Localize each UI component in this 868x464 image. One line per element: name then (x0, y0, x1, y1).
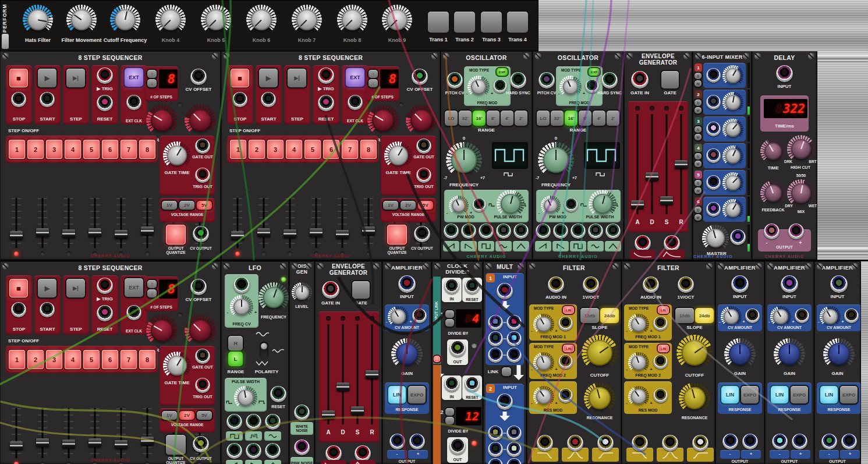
random-out-jack[interactable] (246, 414, 261, 430)
output-neg-jack[interactable] (389, 434, 405, 449)
step-button-8[interactable]: 8 (139, 350, 155, 369)
step-fader-1[interactable] (230, 198, 245, 248)
lin-button[interactable]: LIN (820, 386, 838, 403)
channel-1-mute-button[interactable]: M (695, 80, 702, 87)
cv-amount-knob[interactable] (820, 306, 841, 327)
triangle-out-jack[interactable] (513, 224, 529, 239)
voct-jack[interactable] (583, 277, 599, 293)
gate-out-jack[interactable] (416, 139, 431, 154)
step-fader-5[interactable] (114, 408, 129, 458)
res-mod-jack[interactable] (558, 388, 573, 403)
master-output-jack[interactable] (730, 229, 746, 245)
cv-amount-jack[interactable] (795, 309, 809, 323)
exp-button[interactable]: EXP (497, 68, 508, 76)
stop-button[interactable]: ■ (9, 279, 28, 297)
channel-6-input-jack[interactable] (706, 202, 721, 217)
frequency-knob[interactable] (446, 142, 482, 178)
mult-2-input-jack[interactable] (497, 394, 513, 410)
cv-amount-knob[interactable] (388, 306, 409, 327)
range-8-button[interactable]: 8' (579, 111, 591, 126)
trans-1-button[interactable] (428, 12, 449, 33)
stop-button[interactable]: ■ (9, 69, 28, 87)
lin-button[interactable]: LIN (771, 386, 788, 403)
freq-mod1-jack[interactable] (558, 316, 573, 331)
input-link-button[interactable] (434, 356, 440, 362)
range-16-button[interactable]: 16' (473, 111, 486, 126)
output-neg-jack[interactable] (722, 434, 738, 449)
cv-amount-jack[interactable] (745, 309, 760, 323)
channel-3-solo-button[interactable]: S (695, 126, 702, 133)
gate-out-jack[interactable] (195, 349, 210, 364)
step-button-5[interactable]: 5 (83, 350, 100, 369)
channel-6-mute-button[interactable]: M (695, 214, 702, 221)
perform-knob-8[interactable] (337, 5, 367, 35)
step-button-4[interactable]: 4 (65, 140, 81, 159)
start-button[interactable]: ▶ (38, 69, 56, 87)
step-button-4[interactable]: 4 (65, 350, 81, 369)
slope-12db-button[interactable]: 12db (580, 308, 599, 323)
delay-output-pos-jack[interactable] (788, 224, 804, 239)
reset-jack[interactable] (270, 386, 286, 402)
step-fader-6[interactable] (140, 408, 155, 458)
channel-2-level-knob[interactable] (722, 92, 743, 113)
voltage-5v-button[interactable]: 5V (418, 201, 433, 210)
range-16-button[interactable]: 16' (565, 111, 578, 126)
steps-down-button[interactable]: ↓ (369, 79, 378, 87)
freq-mod2-jack[interactable] (558, 355, 573, 369)
sine-out-jack[interactable] (265, 414, 281, 430)
ext-button[interactable]: EXT (125, 278, 143, 297)
env-out-neg-jack[interactable] (325, 445, 342, 462)
channel-5-mute-button[interactable]: M (695, 187, 702, 194)
reset-jack[interactable] (97, 305, 113, 321)
ext-clk-jack[interactable] (126, 305, 141, 320)
ext-button[interactable]: EXT (346, 68, 364, 87)
cv-amount-jack[interactable] (412, 309, 427, 323)
mult-2-out-jack-1[interactable] (488, 426, 503, 441)
time-knob[interactable] (760, 139, 786, 164)
ext-clk-jack[interactable] (348, 95, 363, 110)
gate-in-jack[interactable] (631, 71, 649, 88)
step-fader-2[interactable] (35, 198, 50, 248)
div2-out-jack[interactable] (449, 438, 466, 455)
perform-knob-hats-filter[interactable] (23, 5, 53, 35)
gate-out-jack[interactable] (195, 139, 210, 154)
pitch-cv-jack[interactable] (538, 72, 555, 88)
step-button[interactable]: ▶| (288, 69, 306, 87)
step-button-3[interactable]: 3 (267, 140, 284, 159)
channel-1-input-jack[interactable] (706, 68, 721, 83)
voltage-5v-button[interactable]: 5V (197, 201, 212, 210)
gate-time-knob[interactable] (163, 352, 191, 380)
step-fader-4[interactable] (309, 198, 324, 248)
start-jack[interactable] (261, 92, 276, 107)
step-button-7[interactable]: 7 (121, 350, 137, 369)
env-out-jack[interactable] (355, 445, 371, 462)
channel-4-input-jack[interactable] (706, 148, 721, 163)
step-button-1[interactable]: 1 (9, 140, 25, 159)
freq-mod1-knob[interactable] (628, 314, 649, 335)
decay-fader[interactable] (337, 324, 349, 424)
div2-up-button[interactable]: ↑ (445, 408, 454, 416)
start-jack[interactable] (40, 302, 55, 317)
output-pos-jack[interactable] (409, 434, 425, 449)
ext-clk-jack[interactable] (126, 95, 141, 110)
div2-in-jack[interactable] (444, 377, 459, 392)
output-neg-jack[interactable] (772, 434, 788, 449)
step-fader-3[interactable] (61, 408, 76, 458)
step-fader-6[interactable] (361, 198, 376, 248)
mult-1-input-jack[interactable] (497, 283, 513, 299)
channel-4-solo-button[interactable]: S (695, 153, 702, 160)
step-button-3[interactable]: 3 (46, 140, 62, 159)
perform-knob-9[interactable] (382, 5, 412, 35)
mult-1-out-jack-4[interactable] (506, 331, 522, 346)
frequency-knob[interactable] (538, 142, 574, 178)
output-quantize-button[interactable] (166, 225, 186, 245)
expo-button[interactable]: EXPO (791, 386, 808, 403)
filter-out3-jack[interactable] (692, 435, 708, 451)
range-32-button[interactable]: 32' (459, 111, 472, 126)
sine-out-jack[interactable] (496, 224, 511, 239)
trig-out-jack[interactable] (416, 168, 431, 183)
filter-out1-jack[interactable] (537, 435, 553, 451)
perform-tab[interactable]: PERFORM (2, 2, 8, 33)
gate-in-jack[interactable] (322, 281, 339, 299)
input-jack[interactable] (731, 275, 749, 293)
